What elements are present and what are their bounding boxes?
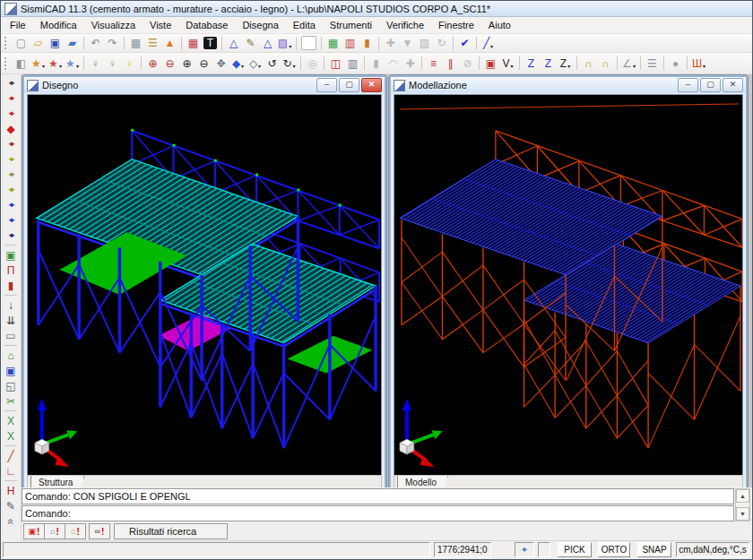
orbit-button[interactable]: ↺: [264, 56, 281, 71]
modellazione-close-button[interactable]: ✕: [723, 78, 743, 92]
menu-modifica[interactable]: Modifica: [33, 19, 84, 31]
disegno-viewport[interactable]: [27, 94, 382, 476]
modellazione-viewport[interactable]: [394, 94, 743, 476]
slab-stack-button[interactable]: ☰: [644, 56, 661, 71]
column-section-button[interactable]: ∥: [442, 56, 459, 71]
zoom-previous-button[interactable]: ⊖: [161, 56, 178, 71]
orto-toggle-button[interactable]: ORTO: [598, 542, 630, 557]
structure-view-button[interactable]: △: [225, 36, 242, 51]
constraint-blue1-button[interactable]: ◂▸: [3, 197, 19, 212]
cut-green-button[interactable]: ✂: [3, 393, 19, 409]
beam-section-button[interactable]: ≡: [425, 56, 442, 71]
load-arrow-button[interactable]: ↓: [3, 297, 19, 313]
modellazione-minimize-button[interactable]: –: [678, 78, 698, 92]
column-schedule-button[interactable]: ▮: [359, 36, 376, 51]
undo-button[interactable]: ↶: [87, 36, 104, 51]
disegno-titlebar[interactable]: Disegno – ▢ ✕: [24, 77, 385, 93]
scroll-down-icon[interactable]: ▼: [736, 507, 749, 521]
tile-windows-button[interactable]: ◫: [327, 56, 344, 71]
database-codes-button[interactable]: ▦: [127, 36, 144, 51]
delete-by-name-button[interactable]: Χ: [3, 413, 19, 428]
delete-entities-button[interactable]: ▦: [185, 36, 202, 51]
levels-button[interactable]: ☰: [144, 36, 161, 51]
table-green-button[interactable]: ▦: [325, 36, 342, 51]
toolbar-grip[interactable]: [4, 37, 9, 49]
tab-errors[interactable]: ▣!: [23, 523, 45, 539]
menu-disegna[interactable]: Disegna: [235, 19, 285, 31]
menu-visualizza[interactable]: Visualizza: [84, 19, 143, 31]
rotate-button[interactable]: ↻: [433, 36, 450, 51]
orbit-continuous-button[interactable]: ↻▾: [281, 56, 298, 71]
blank-swatch-button[interactable]: [301, 36, 316, 50]
save-all-button[interactable]: ▰: [64, 36, 81, 51]
pile-button[interactable]: ▮: [3, 278, 19, 293]
rock-soil-button[interactable]: ●: [667, 56, 684, 71]
more-buttons-chevron[interactable]: «: [3, 513, 19, 529]
wall-panel-button[interactable]: ▣: [3, 363, 19, 378]
constraint-lime-button[interactable]: ◂▸: [3, 182, 19, 197]
z-section-blue1-button[interactable]: Z: [523, 56, 540, 71]
modellazione-maximize-button[interactable]: ▢: [700, 78, 721, 92]
tab-risultati-ricerca[interactable]: Risultati ricerca: [114, 523, 228, 539]
layer-state-icon[interactable]: ✦: [515, 542, 534, 557]
lamp-mid-button[interactable]: ♀: [104, 56, 121, 71]
draw-angle-button[interactable]: ∟: [3, 463, 19, 478]
constraint-free-button[interactable]: ◂▸: [3, 75, 19, 90]
menu-aiuto[interactable]: Aiuto: [481, 19, 518, 31]
verify-check-button[interactable]: ✔: [456, 36, 473, 51]
zoom-in-button[interactable]: ⊕: [178, 56, 195, 71]
tab-structure-alerts[interactable]: ⌂!: [65, 523, 86, 539]
draw-line-button[interactable]: ╱▾: [480, 36, 497, 51]
profile-dome-button[interactable]: ◠: [385, 56, 402, 71]
scroll-up-icon[interactable]: ▲: [736, 489, 749, 503]
arch-bridge1-button[interactable]: ∩: [580, 56, 597, 71]
pan-button[interactable]: ✥: [212, 56, 229, 71]
tab-search[interactable]: ∞!: [89, 523, 110, 539]
favorites-red-button[interactable]: ★▾: [47, 56, 64, 71]
constraint-hinge-button[interactable]: ◂▸: [3, 90, 19, 106]
z-section-black-button[interactable]: Z▾: [557, 56, 574, 71]
new-document-button[interactable]: ▢: [13, 36, 30, 51]
draw-segment-button[interactable]: ╱: [3, 448, 19, 463]
v-tool-button[interactable]: V▾: [499, 56, 516, 71]
redo-button[interactable]: ↷: [104, 36, 121, 51]
lamp-on-button[interactable]: ♀: [121, 56, 138, 71]
pile-cap-button[interactable]: Π: [3, 263, 19, 278]
structure-export-button[interactable]: △: [259, 36, 276, 51]
menu-file[interactable]: File: [3, 19, 33, 31]
foundation-table-button[interactable]: Ш▾: [690, 56, 707, 71]
toolbar-grip[interactable]: [4, 57, 9, 70]
menu-strumenti[interactable]: Strumenti: [323, 19, 379, 31]
favorites-orange-button[interactable]: ★▾: [30, 56, 47, 71]
arch-bridge2-button[interactable]: ∩: [597, 56, 614, 71]
pick-toggle-button[interactable]: PICK: [558, 542, 592, 557]
open-folder-button[interactable]: ▱: [30, 36, 47, 51]
view-plane-button[interactable]: ◆▾: [229, 56, 247, 71]
slab-one-button[interactable]: ▭: [3, 328, 19, 343]
app-titlebar[interactable]: SismiCAD 11.3 (cemento armato - murature…: [1, 1, 752, 17]
italic-o-button[interactable]: ⊘: [459, 56, 476, 71]
text-style-button[interactable]: T: [203, 37, 217, 49]
menu-finestre[interactable]: Finestre: [431, 19, 481, 31]
render-3d-button[interactable]: ▧▾: [276, 36, 293, 51]
pin-button[interactable]: ✚: [382, 36, 399, 51]
constraint-roller-button[interactable]: ◂▸: [3, 106, 19, 121]
table-red-button[interactable]: ▥: [342, 36, 359, 51]
disegno-minimize-button[interactable]: –: [316, 78, 337, 92]
constraint-blue2-button[interactable]: ◂▸: [3, 212, 19, 228]
tab-modello[interactable]: Modello: [397, 476, 448, 487]
menu-database[interactable]: Database: [178, 19, 235, 31]
favorites-blue-button[interactable]: ★▾: [64, 56, 81, 71]
section-plane-button[interactable]: ✎: [242, 36, 259, 51]
command-input-line[interactable]: Comando:: [22, 505, 734, 521]
plinth-button[interactable]: ▣: [3, 247, 19, 263]
profile-pin-button[interactable]: ✚: [402, 56, 419, 71]
disegno-maximize-button[interactable]: ▢: [339, 78, 359, 92]
disegno-close-button[interactable]: ✕: [361, 78, 382, 92]
view-3d-button[interactable]: ◇▾: [247, 56, 264, 71]
roof-button[interactable]: ⌂: [3, 348, 19, 363]
profile-cylinder-button[interactable]: ▮: [368, 56, 385, 71]
node-loads-button[interactable]: ▲: [161, 36, 178, 51]
angle-measure-button[interactable]: ∠▾: [620, 56, 637, 71]
constraint-fixed-button[interactable]: ◆: [3, 121, 19, 136]
